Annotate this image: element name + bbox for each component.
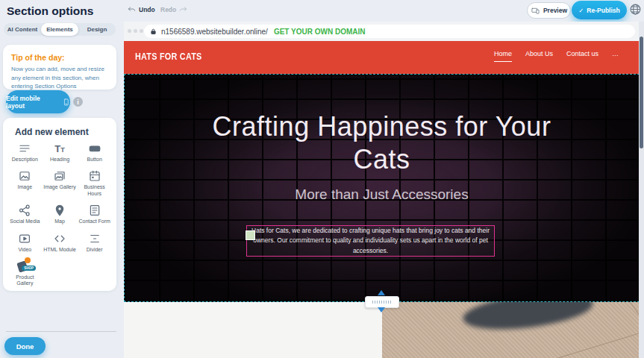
hero-title[interactable]: Crafting Happiness for Your Cats bbox=[210, 110, 554, 177]
add-element-title: Add new element bbox=[15, 127, 116, 137]
window-dot bbox=[140, 29, 143, 33]
heading-icon: TT bbox=[54, 142, 64, 155]
site-nav: Home About Us Contact us … bbox=[494, 50, 619, 62]
element-label: Video bbox=[18, 247, 31, 253]
add-element-item[interactable]: TT Heading bbox=[43, 142, 78, 163]
edit-mobile-layout-button[interactable]: Edit mobile layout bbox=[6, 90, 70, 113]
preview-scrollbar bbox=[639, 22, 644, 358]
next-section-left bbox=[124, 302, 382, 358]
html-module-icon bbox=[53, 232, 66, 245]
address-bar[interactable]: n1566589.websitebuilder.online/ GET YOUR… bbox=[144, 25, 635, 38]
window-dot bbox=[128, 29, 131, 33]
window-dot bbox=[134, 29, 137, 33]
add-element-item[interactable]: Image bbox=[7, 169, 43, 197]
redo-button[interactable]: Redo bbox=[160, 5, 187, 13]
redo-label: Redo bbox=[160, 6, 176, 13]
undo-icon bbox=[128, 5, 136, 13]
add-element-panel: Add new element Description TT Heading B… bbox=[3, 118, 116, 291]
video-icon bbox=[18, 232, 31, 245]
add-element-item[interactable]: Contact Form bbox=[77, 204, 112, 224]
description-icon bbox=[18, 142, 31, 155]
republish-button[interactable]: ✓ Re-Publish bbox=[572, 1, 627, 19]
nav-item-about-us[interactable]: About Us bbox=[525, 50, 553, 62]
add-element-item[interactable]: Description bbox=[7, 142, 43, 163]
add-element-item[interactable]: Image Gallery bbox=[43, 169, 78, 197]
selected-text-element[interactable]: Hats for Cats, we are dedicated to craft… bbox=[246, 225, 495, 257]
element-label: Divider bbox=[87, 247, 103, 253]
tip-of-the-day-card: Tip of the day: Now you can add, move an… bbox=[3, 45, 116, 90]
browser-window-dots bbox=[128, 29, 143, 33]
hero-subtitle[interactable]: More than Just Accessories bbox=[125, 186, 639, 203]
element-label: Map bbox=[54, 219, 65, 224]
element-label: Image Gallery bbox=[43, 184, 76, 190]
tab-elements[interactable]: Elements bbox=[41, 23, 78, 36]
image-gallery-icon bbox=[53, 169, 66, 183]
divider-icon bbox=[88, 232, 101, 245]
tab-design[interactable]: Design bbox=[78, 23, 116, 36]
redo-icon bbox=[179, 5, 187, 13]
element-label: Button bbox=[87, 157, 102, 163]
info-icon[interactable]: i bbox=[73, 97, 83, 107]
nav-item-contact-us[interactable]: Contact us bbox=[566, 50, 598, 62]
image-icon bbox=[18, 169, 31, 183]
mobile-phone-icon bbox=[63, 97, 70, 107]
product-gallery-icon: SHOP bbox=[16, 260, 33, 273]
element-label: HTML Module bbox=[43, 247, 76, 253]
cat-shadow-shape bbox=[461, 302, 595, 335]
add-element-item[interactable]: Button bbox=[77, 142, 112, 163]
edit-mobile-label: Edit mobile layout bbox=[6, 95, 58, 110]
republish-label: Re-Publish bbox=[587, 7, 619, 14]
element-grid: Description TT Heading Button Image Imag… bbox=[3, 142, 116, 287]
add-element-item[interactable]: Business Hours bbox=[77, 169, 112, 197]
tip-body: Now you can add, move and resize any ele… bbox=[11, 65, 109, 91]
grip-dots-icon bbox=[372, 301, 392, 304]
add-element-item[interactable]: Video bbox=[7, 232, 43, 253]
add-element-item[interactable]: Social Media bbox=[7, 204, 43, 224]
done-button[interactable]: Done bbox=[4, 337, 46, 355]
check-icon: ✓ bbox=[578, 7, 584, 14]
add-element-item[interactable]: Map bbox=[43, 204, 78, 224]
site-url: n1566589.websitebuilder.online/ bbox=[161, 28, 268, 36]
add-element-item[interactable]: Divider bbox=[77, 232, 112, 253]
preview-label: Preview bbox=[543, 7, 567, 14]
element-label: Description bbox=[12, 157, 38, 163]
contact-form-icon bbox=[88, 204, 101, 217]
site-header: HATS FOR CATS Home About Us Contact us … bbox=[124, 41, 640, 74]
tip-title: Tip of the day: bbox=[11, 53, 116, 62]
resize-down-arrow-icon bbox=[378, 307, 385, 313]
undo-button[interactable]: Undo bbox=[128, 5, 155, 13]
add-element-item[interactable]: HTML Module bbox=[43, 232, 78, 253]
tab-ai-content[interactable]: AI Content bbox=[4, 23, 41, 36]
element-label: Contact Form bbox=[78, 219, 110, 224]
hero-paragraph: Hats for Cats, we are dedicated to craft… bbox=[247, 226, 494, 256]
element-label: Image bbox=[18, 184, 32, 190]
panel-divider bbox=[6, 331, 116, 332]
get-domain-link[interactable]: GET YOUR OWN DOMAIN bbox=[274, 28, 366, 36]
app-canvas: Section options Undo Redo Preview ✓ Re-P… bbox=[0, 0, 644, 358]
device-preview-icon bbox=[531, 7, 540, 15]
element-drag-handle[interactable] bbox=[246, 230, 255, 240]
element-label: Business Hours bbox=[78, 184, 111, 197]
social-media-icon bbox=[18, 204, 31, 217]
scrollbar-thumb[interactable] bbox=[640, 37, 643, 148]
section-resize-handle[interactable] bbox=[365, 291, 398, 312]
element-label: Heading bbox=[50, 157, 69, 163]
add-element-item[interactable]: SHOP Product Gallery bbox=[7, 260, 43, 287]
element-label: Social Media bbox=[10, 219, 40, 224]
next-section-photo bbox=[382, 302, 640, 358]
element-label: Product Gallery bbox=[8, 274, 41, 287]
business-hours-icon bbox=[88, 169, 101, 183]
nav-item-home[interactable]: Home bbox=[494, 50, 512, 62]
undo-label: Undo bbox=[139, 6, 155, 13]
browser-chrome: n1566589.websitebuilder.online/ GET YOUR… bbox=[124, 22, 640, 41]
button-icon bbox=[88, 142, 101, 155]
resize-up-arrow-icon bbox=[378, 290, 385, 295]
site-logo[interactable]: HATS FOR CATS bbox=[135, 51, 202, 62]
preview-button[interactable]: Preview bbox=[527, 2, 571, 19]
carpet-seam bbox=[614, 302, 640, 335]
nav-item--[interactable]: … bbox=[612, 50, 619, 62]
hero-section: Crafting Happiness for Your Cats More th… bbox=[124, 74, 640, 302]
page-title: Section options bbox=[7, 4, 93, 18]
resize-grip[interactable] bbox=[365, 296, 399, 308]
globe-icon[interactable] bbox=[629, 3, 642, 16]
